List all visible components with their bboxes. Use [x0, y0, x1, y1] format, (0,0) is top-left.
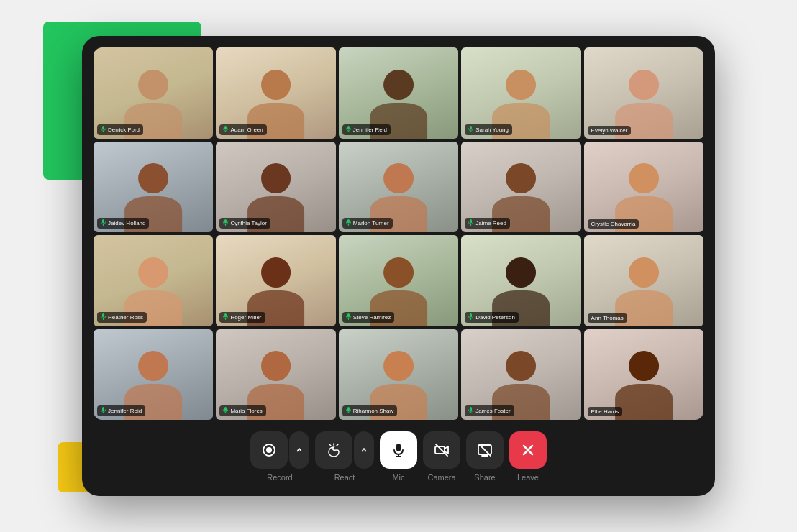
record-icon	[261, 442, 277, 458]
leave-label: Leave	[517, 473, 539, 482]
svg-rect-10	[224, 219, 227, 224]
name-badge: James Foster	[465, 405, 514, 416]
name-badge: David Peterson	[465, 312, 519, 323]
name-badge: Crystle Chavarria	[588, 219, 639, 229]
svg-rect-14	[470, 219, 472, 224]
name-badge: Sarah Young	[465, 124, 512, 135]
share-button[interactable]	[466, 431, 504, 469]
svg-rect-12	[347, 219, 350, 224]
record-button[interactable]	[250, 431, 288, 469]
svg-rect-4	[347, 126, 350, 130]
toolbar: Record React	[94, 428, 703, 485]
video-tile: Heather Ross	[94, 235, 213, 326]
video-grid: Derrick FordAdam GreenJennifer ReidSarah…	[94, 47, 703, 420]
svg-line-36	[337, 444, 338, 446]
mic-status-icon	[468, 313, 473, 321]
name-badge: Rihannon Shaw	[342, 405, 397, 416]
react-group: React	[315, 431, 374, 482]
name-badge: Maria Flores	[219, 405, 265, 416]
name-badge: Marlon Turner	[342, 218, 393, 229]
video-tile: Derrick Ford	[94, 47, 213, 139]
participant-name: Ann Thomas	[591, 315, 624, 321]
participant-name: Crystle Chavarria	[591, 221, 636, 227]
share-off-icon	[477, 442, 493, 458]
participant-name: Marlon Turner	[353, 220, 389, 226]
svg-rect-28	[347, 407, 350, 411]
device-frame: Derrick FordAdam GreenJennifer ReidSarah…	[82, 36, 715, 496]
participant-name: Roger Miller	[230, 314, 261, 321]
svg-rect-2	[224, 126, 227, 130]
react-icon	[326, 442, 342, 458]
name-badge: Jaidev Holland	[97, 218, 149, 229]
video-tile: Jaidev Holland	[94, 142, 213, 233]
camera-label: Camera	[427, 473, 455, 482]
mic-status-icon	[101, 126, 106, 134]
mic-status-icon	[468, 407, 473, 415]
name-badge: Jaime Reed	[465, 218, 510, 229]
participant-name: Steve Ramirez	[353, 314, 391, 321]
name-badge: Ann Thomas	[588, 313, 627, 323]
video-tile: James Foster	[461, 329, 580, 421]
video-tile: Jennifer Reid	[94, 329, 213, 421]
name-badge: Adam Green	[219, 124, 266, 135]
name-badge: Roger Miller	[219, 312, 265, 323]
video-tile: Jaime Reed	[461, 142, 580, 233]
video-tile: Steve Ramirez	[339, 235, 458, 326]
video-tile: Ann Thomas	[584, 235, 703, 326]
name-badge: Ellie Harris	[588, 407, 623, 416]
svg-rect-6	[470, 126, 472, 130]
mic-status-icon	[346, 407, 351, 415]
mic-status-icon	[101, 219, 106, 227]
mic-icon	[391, 442, 406, 458]
mic-status-icon	[346, 126, 351, 134]
name-badge: Cynthia Taylor	[219, 218, 270, 229]
leave-group: Leave	[509, 431, 547, 482]
svg-rect-8	[102, 219, 104, 224]
name-badge: Heather Ross	[97, 312, 147, 323]
share-label: Share	[474, 473, 495, 482]
participant-name: Jennifer Reid	[353, 127, 387, 133]
name-badge: Steve Ramirez	[342, 312, 394, 323]
camera-off-icon	[434, 442, 450, 458]
video-tile: Marlon Turner	[339, 142, 458, 233]
video-tile: Jennifer Reid	[339, 47, 458, 139]
svg-rect-20	[347, 313, 350, 318]
participant-name: Heather Ross	[108, 314, 143, 321]
react-expand-button[interactable]	[354, 431, 374, 469]
mic-status-icon	[101, 313, 106, 321]
participant-name: Ellie Harris	[591, 408, 619, 415]
mic-status-icon	[468, 219, 473, 227]
video-tile: Cynthia Taylor	[216, 142, 335, 233]
participant-name: Sarah Young	[475, 127, 509, 133]
leave-button[interactable]	[509, 431, 547, 469]
svg-rect-37	[396, 444, 401, 451]
camera-group: Camera	[423, 431, 460, 482]
mic-group: Mic	[380, 431, 417, 482]
react-button[interactable]	[315, 431, 352, 469]
video-tile: Ellie Harris	[584, 329, 703, 421]
mic-status-icon	[101, 407, 106, 415]
svg-line-34	[329, 444, 331, 446]
video-tile: Maria Flores	[216, 329, 335, 421]
mic-status-icon	[223, 313, 228, 321]
mic-button[interactable]	[380, 431, 417, 469]
react-label: React	[334, 473, 355, 482]
camera-button[interactable]	[423, 431, 460, 469]
svg-rect-26	[224, 407, 227, 411]
video-tile: David Peterson	[461, 235, 580, 326]
name-badge: Jennifer Reid	[97, 405, 145, 416]
video-tile: Sarah Young	[461, 47, 580, 139]
svg-rect-30	[470, 407, 472, 411]
video-tile: Evelyn Walker	[584, 47, 703, 139]
share-group: Share	[466, 431, 504, 482]
record-expand-button[interactable]	[289, 431, 309, 469]
participant-name: James Foster	[475, 408, 510, 414]
chevron-up-icon-2	[360, 446, 368, 454]
name-badge: Derrick Ford	[97, 124, 143, 135]
record-label: Record	[267, 473, 292, 482]
chevron-up-icon	[296, 446, 303, 454]
name-badge: Jennifer Reid	[342, 124, 391, 135]
participant-name: Evelyn Walker	[591, 127, 628, 134]
mic-status-icon	[346, 313, 351, 321]
participant-name: Adam Green	[230, 127, 263, 133]
